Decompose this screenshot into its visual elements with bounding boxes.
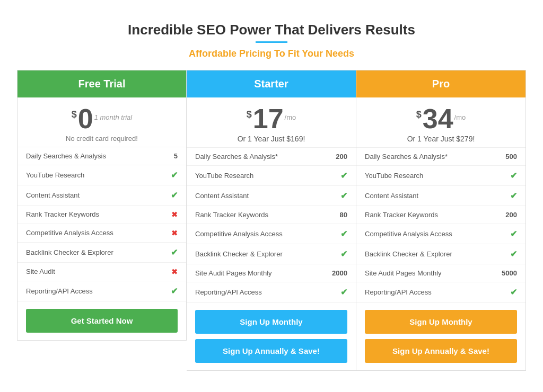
feature-name: Competitive Analysis Access [365, 230, 501, 238]
feature-value: 2000 [331, 269, 347, 277]
feature-row: Site Audit Pages Monthly5000 [356, 264, 526, 282]
feature-value: ✔ [501, 287, 517, 297]
btn-pro-1[interactable]: Sign Up Annually & Save! [365, 339, 517, 363]
feature-value: ✔ [331, 287, 347, 297]
plan-actions-starter: Sign Up MonthlySign Up Annually & Save! [187, 302, 356, 370]
main-title: Incredible SEO Power That Delivers Resul… [16, 22, 527, 38]
feature-row: Rank Tracker Keywords80 [187, 206, 356, 224]
subtitle: Affordable Pricing To Fit Your Needs [16, 48, 527, 59]
feature-name: Backlink Checker & Explorer [26, 248, 162, 256]
feature-name: Daily Searches & Analysis* [195, 153, 331, 161]
feature-name: Site Audit Pages Monthly [195, 269, 331, 277]
feature-value: 200 [501, 211, 517, 219]
feature-row: Rank Tracker Keywords200 [356, 206, 526, 224]
feature-row: YouTube Research✔ [356, 166, 526, 186]
feature-name: Backlink Checker & Explorer [365, 250, 501, 258]
feature-value: ✔ [162, 190, 178, 200]
feature-value: ✔ [501, 191, 517, 201]
btn-pro-0[interactable]: Sign Up Monthly [365, 310, 517, 334]
feature-name: Daily Searches & Analysis* [365, 153, 501, 161]
feature-row: Reporting/API Access✔ [356, 282, 526, 302]
price-dollar-starter: $ [247, 109, 252, 120]
plan-card-pro: Pro$34/moOr 1 Year Just $279!Daily Searc… [356, 70, 526, 371]
feature-name: Rank Tracker Keywords [26, 210, 162, 218]
feature-row: YouTube Research✔ [187, 166, 356, 186]
price-number-starter: 17 [253, 105, 284, 132]
feature-row: Backlink Checker & Explorer✔ [17, 243, 186, 263]
feature-name: YouTube Research [365, 172, 501, 180]
feature-name: Backlink Checker & Explorer [195, 250, 331, 258]
feature-row: YouTube Research✔ [17, 165, 186, 185]
price-period-free-trial: 1 month trial [94, 113, 133, 121]
feature-row: Competitive Analysis Access✔ [356, 224, 526, 244]
plans-container: Free Trial$01 month trialNo credit card … [16, 70, 527, 371]
plan-header-starter: Starter [187, 70, 356, 97]
feature-value: ✔ [331, 249, 347, 259]
btn-free-trial-0[interactable]: Get Started Now [26, 309, 178, 333]
feature-name: Rank Tracker Keywords [365, 211, 501, 219]
price-period-pro: /mo [454, 113, 466, 121]
plan-actions-pro: Sign Up MonthlySign Up Annually & Save! [356, 302, 526, 370]
plan-header-free-trial: Free Trial [17, 70, 186, 97]
price-note-pro: Or 1 Year Just $279! [362, 135, 520, 143]
feature-row: Site Audit✖ [17, 263, 186, 281]
plan-actions-free-trial: Get Started Now [17, 301, 186, 340]
price-note-starter: Or 1 Year Just $169! [192, 135, 351, 143]
feature-value: 80 [331, 211, 347, 219]
feature-name: Competitive Analysis Access [195, 230, 331, 238]
feature-value: 5 [162, 152, 178, 160]
feature-value: ✔ [162, 170, 178, 180]
feature-row: Site Audit Pages Monthly2000 [187, 264, 356, 282]
feature-name: Content Assistant [195, 192, 331, 200]
feature-row: Competitive Analysis Access✔ [187, 224, 356, 244]
plan-price-area-pro: $34/moOr 1 Year Just $279! [356, 97, 526, 148]
no-credit-free-trial: No credit card required! [23, 135, 181, 142]
feature-name: Competitive Analysis Access [26, 229, 162, 237]
feature-name: Reporting/API Access [26, 287, 162, 295]
feature-row: Rank Tracker Keywords✖ [17, 206, 186, 224]
price-period-starter: /mo [285, 113, 296, 121]
feature-value: ✔ [331, 229, 347, 239]
feature-value: ✔ [501, 249, 517, 259]
feature-row: Daily Searches & Analysis5 [17, 147, 186, 165]
feature-name: Site Audit Pages Monthly [365, 269, 501, 277]
feature-value: ✖ [162, 268, 178, 276]
feature-value: ✔ [501, 229, 517, 239]
feature-name: Content Assistant [26, 191, 162, 199]
feature-row: Content Assistant✔ [356, 186, 526, 206]
feature-value: ✔ [501, 171, 517, 181]
feature-row: Content Assistant✔ [187, 186, 356, 206]
btn-starter-0[interactable]: Sign Up Monthly [195, 310, 347, 334]
feature-value: 200 [331, 153, 347, 161]
price-dollar-pro: $ [416, 109, 422, 120]
feature-value: ✔ [162, 286, 178, 296]
feature-value: 5000 [501, 269, 517, 277]
btn-starter-1[interactable]: Sign Up Annually & Save! [195, 339, 347, 363]
feature-value: ✔ [162, 247, 178, 257]
feature-name: Content Assistant [365, 192, 501, 200]
feature-name: YouTube Research [195, 172, 331, 180]
feature-row: Content Assistant✔ [17, 185, 186, 206]
page-wrapper: Incredible SEO Power That Delivers Resul… [11, 11, 532, 381]
plan-price-area-free-trial: $01 month trialNo credit card required! [17, 97, 186, 147]
feature-row: Reporting/API Access✔ [187, 282, 356, 302]
feature-row: Daily Searches & Analysis*500 [356, 148, 526, 166]
feature-value: 500 [501, 153, 517, 161]
feature-value: ✔ [331, 191, 347, 201]
feature-name: Daily Searches & Analysis [26, 152, 162, 160]
feature-name: Reporting/API Access [195, 288, 331, 296]
plan-features-free-trial: Daily Searches & Analysis5YouTube Resear… [17, 147, 186, 301]
feature-row: Reporting/API Access✔ [17, 281, 186, 301]
feature-row: Daily Searches & Analysis*200 [187, 148, 356, 166]
price-number-free-trial: 0 [78, 105, 93, 132]
plan-card-free-trial: Free Trial$01 month trialNo credit card … [17, 70, 187, 341]
plan-features-starter: Daily Searches & Analysis*200YouTube Res… [187, 148, 356, 302]
feature-name: Reporting/API Access [365, 288, 501, 296]
feature-value: ✔ [331, 171, 347, 181]
feature-name: Site Audit [26, 268, 162, 275]
feature-name: Rank Tracker Keywords [195, 211, 331, 219]
feature-row: Backlink Checker & Explorer✔ [187, 244, 356, 264]
feature-value: ✖ [162, 229, 178, 237]
feature-value: ✖ [162, 210, 178, 219]
plan-price-area-starter: $17/moOr 1 Year Just $169! [187, 97, 356, 148]
